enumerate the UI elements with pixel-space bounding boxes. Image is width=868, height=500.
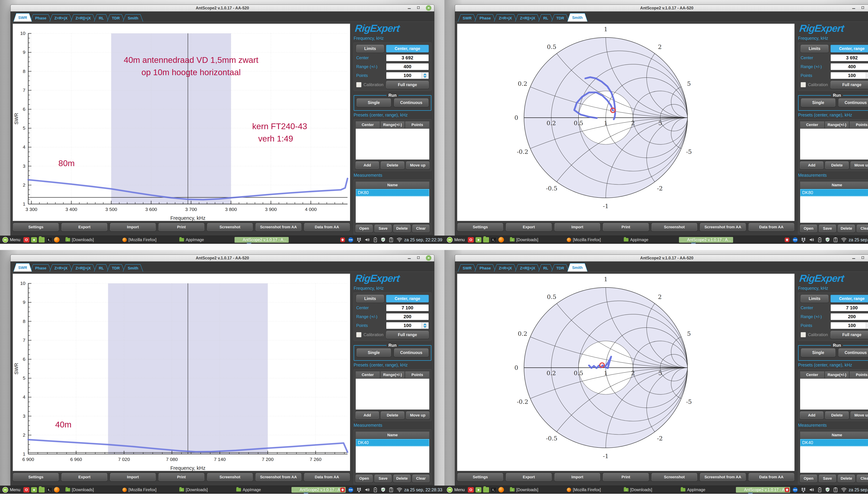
clipboard-icon[interactable]: [389, 487, 393, 492]
taskbar-task-antscope2-v-1-0-17-a[interactable]: AntScope2 v.1.0.17 - A...: [292, 487, 346, 493]
dropbox-icon[interactable]: [801, 487, 806, 492]
dropbox-icon[interactable]: [356, 487, 362, 492]
tab-phase[interactable]: Phase: [475, 264, 495, 272]
taskbar-task-mozilla-firefox[interactable]: [Mozilla Firefox]: [121, 237, 175, 243]
import-button[interactable]: Import: [555, 473, 600, 481]
teamviewer-icon[interactable]: [792, 237, 798, 242]
settings-button[interactable]: Settings: [457, 473, 503, 481]
limits-button[interactable]: Limits: [356, 45, 384, 53]
opera-launcher-icon[interactable]: O: [23, 237, 29, 242]
volume-icon[interactable]: [365, 487, 370, 492]
red-app-icon[interactable]: [785, 487, 789, 492]
software-manager-launcher-icon[interactable]: ◆: [31, 237, 37, 242]
minimize-button[interactable]: –: [852, 257, 855, 259]
volume-icon[interactable]: [809, 487, 814, 492]
opera-launcher-icon[interactable]: O: [23, 487, 29, 492]
tab-rl[interactable]: RL: [94, 264, 109, 272]
battery-icon[interactable]: [818, 237, 822, 242]
terminal-launcher-icon[interactable]: $_: [491, 237, 497, 242]
tab-phase[interactable]: Phase: [30, 264, 51, 272]
center-field[interactable]: [831, 54, 868, 61]
points-spin-buttons[interactable]: [421, 322, 429, 329]
maximize-button[interactable]: [860, 255, 865, 261]
presets-list[interactable]: [355, 128, 430, 160]
screenshot-button[interactable]: Screenshot: [652, 223, 697, 231]
wifi-icon[interactable]: [841, 487, 847, 492]
measurement-clear-button[interactable]: Clear: [857, 225, 868, 232]
close-button[interactable]: ✕: [426, 5, 431, 11]
measurement-item[interactable]: DK40: [800, 439, 868, 446]
preset-move-up-button[interactable]: Move up: [850, 411, 868, 419]
red-app-icon[interactable]: [340, 487, 345, 492]
import-button[interactable]: Import: [110, 223, 156, 231]
tab-z-r-jx[interactable]: Z=R||+jX: [515, 264, 540, 272]
teamviewer-icon[interactable]: [348, 237, 353, 242]
center-field[interactable]: [831, 304, 868, 311]
shield-icon[interactable]: [380, 487, 386, 492]
screenshot-button[interactable]: Screenshot: [652, 473, 697, 481]
screenshot-button[interactable]: Screenshot: [207, 223, 253, 231]
tab-swr[interactable]: SWR: [13, 263, 32, 272]
measurements-list[interactable]: DK40: [800, 439, 868, 473]
measurement-delete-button[interactable]: Delete: [838, 475, 855, 482]
data-from-aa-button[interactable]: Data from AA: [749, 223, 794, 231]
menu-button[interactable]: m Menu: [446, 237, 467, 243]
export-button[interactable]: Export: [61, 473, 107, 481]
presets-list[interactable]: [800, 128, 868, 160]
measurements-list[interactable]: DK80: [355, 189, 430, 223]
measurement-save-button[interactable]: Save: [375, 225, 392, 232]
range-field[interactable]: [386, 63, 429, 70]
preset-add-button[interactable]: Add: [355, 411, 379, 419]
calibration-checkbox[interactable]: [801, 332, 806, 337]
tab-z-r-jx[interactable]: Z=R+jX: [49, 14, 72, 22]
wifi-icon[interactable]: [841, 237, 847, 242]
chart-area[interactable]: 10.520.25-0.2-0.5-1-2-500.20.5125: [457, 274, 795, 471]
presets-list[interactable]: [800, 378, 868, 410]
preset-add-button[interactable]: Add: [800, 411, 823, 419]
taskbar-task-downloads[interactable]: [Downloads]: [178, 487, 232, 493]
single-button[interactable]: Single: [801, 349, 835, 357]
taskbar-task-antscope2-v-1-0-17-a[interactable]: AntScope2 v.1.0.17 - A...: [235, 237, 289, 243]
calibration-checkbox[interactable]: [356, 82, 362, 87]
tab-swr[interactable]: SWR: [458, 264, 476, 272]
export-button[interactable]: Export: [506, 223, 551, 231]
data-from-aa-button[interactable]: Data from AA: [749, 473, 794, 481]
taskbar-task-downloads[interactable]: [Downloads]: [64, 487, 118, 493]
files-launcher-icon[interactable]: [483, 237, 489, 242]
measurement-clear-button[interactable]: Clear: [857, 475, 868, 482]
minimize-button[interactable]: –: [852, 7, 855, 9]
shield-icon[interactable]: [825, 237, 830, 242]
full-range-button[interactable]: Full range: [831, 81, 868, 89]
settings-button[interactable]: Settings: [13, 223, 59, 231]
menu-button[interactable]: m Menu: [2, 487, 22, 493]
firefox-launcher-icon[interactable]: [499, 237, 504, 242]
tab-swr[interactable]: SWR: [13, 13, 32, 22]
volume-icon[interactable]: [809, 237, 814, 242]
files-launcher-icon[interactable]: [39, 237, 45, 242]
measurement-delete-button[interactable]: Delete: [393, 475, 411, 482]
taskbar-task-downloads[interactable]: [Downloads]: [508, 487, 562, 493]
measurement-open-button[interactable]: Open: [800, 225, 817, 232]
tab-z-r-jx[interactable]: Z=R||+jX: [71, 14, 96, 22]
tab-tdr[interactable]: TDR: [551, 264, 569, 272]
preset-delete-button[interactable]: Delete: [381, 411, 404, 419]
preset-delete-button[interactable]: Delete: [825, 411, 848, 419]
center-field[interactable]: [386, 304, 429, 311]
presets-list[interactable]: [355, 378, 430, 410]
dropbox-icon[interactable]: [801, 237, 806, 242]
measurement-save-button[interactable]: Save: [819, 475, 836, 482]
range-field[interactable]: [831, 313, 868, 320]
data-from-aa-button[interactable]: Data from AA: [304, 473, 350, 481]
tab-rl[interactable]: RL: [538, 264, 553, 272]
battery-icon[interactable]: [818, 487, 822, 492]
screenshot-from-aa-button[interactable]: Screenshot from AA: [255, 223, 301, 231]
tab-smith[interactable]: Smith: [123, 264, 143, 272]
chart-area[interactable]: 10.520.25-0.2-0.5-1-2-500.20.5125: [457, 24, 795, 221]
full-range-button[interactable]: Full range: [386, 331, 429, 339]
taskbar-task-appimage[interactable]: AppImage: [235, 487, 289, 493]
tab-z-r-jx[interactable]: Z=R||+jX: [515, 14, 540, 22]
taskbar-task-downloads[interactable]: [Downloads]: [622, 487, 676, 493]
files-launcher-icon[interactable]: [39, 487, 45, 492]
range-field[interactable]: [386, 313, 429, 320]
battery-icon[interactable]: [373, 237, 378, 242]
